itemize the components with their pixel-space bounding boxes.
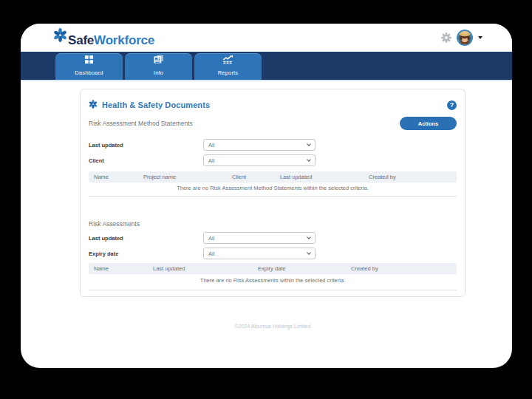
column-header: Project name [138, 174, 227, 180]
column-header: Client [227, 174, 275, 180]
section-header-rams: Risk Assessment Method Statements Action… [89, 116, 457, 131]
tab-info[interactable]: Info [125, 53, 192, 80]
user-avatar[interactable] [457, 30, 473, 46]
main-content: Health & Safety Documents ? Risk Assessm… [21, 89, 512, 329]
page-title: Health & Safety Documents [102, 100, 210, 109]
logo: SafeWorkforce [53, 28, 154, 48]
client-select[interactable]: All [203, 154, 316, 166]
expiry-date-label: Expiry date [89, 250, 203, 257]
chevron-down-icon [307, 157, 311, 162]
column-header: Created by [346, 265, 457, 272]
rams-filters: Last updated All Client All [89, 139, 457, 166]
select-value: All [208, 250, 214, 257]
column-header: Name [89, 174, 138, 180]
select-value: All [208, 235, 214, 242]
brand-name-workforce: Workforce [94, 33, 154, 48]
actions-button[interactable]: Actions [400, 117, 457, 130]
filter-row: Last updated All [89, 232, 457, 244]
select-value: All [208, 142, 214, 149]
expiry-date-select[interactable]: All [203, 248, 316, 259]
last-updated-label: Last updated [89, 235, 203, 242]
gear-icon[interactable] [441, 33, 451, 43]
screen: SafeWorkforce [0, 0, 532, 399]
tab-dashboard[interactable]: Dashboard [55, 53, 123, 80]
rams-empty-message: There are no Risk Assessment Method Stat… [89, 183, 457, 197]
tab-label: Reports [218, 69, 239, 76]
column-header: Created by [364, 174, 457, 180]
topbar-right [441, 30, 482, 46]
last-updated-label: Last updated [89, 142, 203, 149]
copyright-footer: ©2024 Alcumus Holdings Limited [80, 324, 466, 329]
tab-label: Dashboard [75, 69, 103, 76]
column-header: Last updated [275, 174, 364, 180]
pinwheel-icon [89, 98, 98, 112]
chart-icon [222, 54, 233, 67]
card-title-row: Health & Safety Documents ? [89, 97, 457, 113]
chevron-down-icon [307, 250, 311, 255]
section-title: Risk Assessments [89, 220, 140, 228]
select-value: All [208, 157, 214, 164]
column-header: Name [89, 265, 148, 272]
filter-row: Last updated All [89, 139, 457, 151]
help-icon[interactable]: ? [447, 100, 457, 110]
dashboard-grid-icon [84, 54, 94, 67]
column-header: Expiry date [253, 265, 346, 272]
client-label: Client [89, 157, 203, 164]
documents-card: Health & Safety Documents ? Risk Assessm… [80, 89, 466, 297]
section-title: Risk Assessment Method Statements [89, 120, 193, 127]
risk-assessment-filters: Last updated All Expiry date All [89, 232, 457, 259]
section-header-risk-assessments: Risk Assessments [89, 219, 457, 228]
tab-label: Info [154, 69, 163, 76]
tab-reports[interactable]: Reports [194, 53, 262, 80]
risk-assessment-table-header: Name Last updated Expiry date Created by [89, 263, 457, 274]
topbar: SafeWorkforce [21, 24, 512, 52]
last-updated-select[interactable]: All [203, 139, 316, 151]
chevron-down-icon [307, 235, 311, 239]
rams-table-header: Name Project name Client Last updated Cr… [89, 171, 457, 183]
column-header: Last updated [148, 265, 253, 272]
app-window: SafeWorkforce [21, 24, 512, 368]
nav-bar: Dashboard Info [21, 52, 512, 81]
filter-row: Expiry date All [89, 248, 457, 259]
pinwheel-logo-icon [53, 28, 67, 45]
brand-name-safe: Safe [68, 33, 94, 48]
filter-row: Client All [89, 154, 457, 166]
news-icon [153, 54, 164, 67]
chevron-down-icon [307, 142, 311, 146]
last-updated-select[interactable]: All [203, 232, 316, 244]
chevron-down-icon[interactable] [478, 36, 482, 39]
risk-assessment-empty-message: There are no Risk Assessments within the… [89, 274, 457, 290]
